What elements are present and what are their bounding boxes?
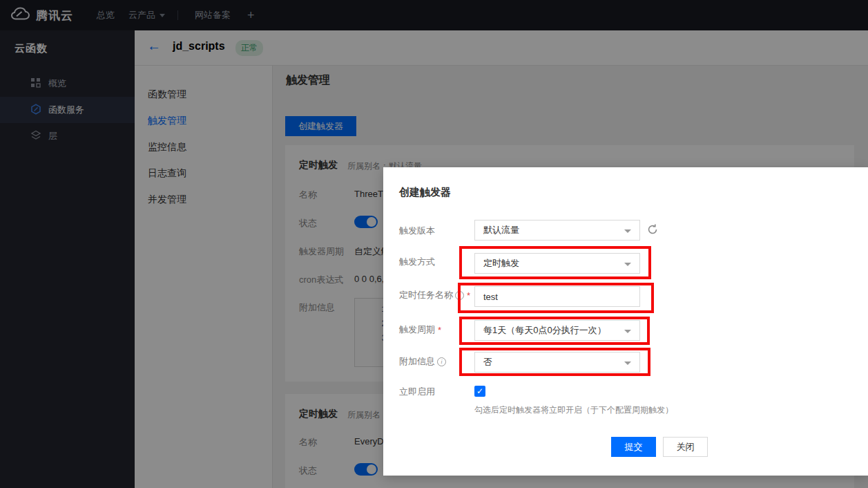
app-root: 腾讯云 总览 云产品 网站备案 + 云函数 [0, 0, 868, 488]
field-label-extra-info: 附加信息 i [399, 355, 446, 368]
dialog-title: 创建触发器 [399, 186, 451, 199]
check-icon: ✓ [476, 386, 483, 396]
create-trigger-dialog: 创建触发器 触发版本 默认流量 触发方式 定时触发 定时任务名称 i * tes… [383, 167, 868, 476]
field-label-enable-now: 立即启用 [399, 386, 435, 398]
required-asterisk: * [467, 290, 470, 301]
task-name-input[interactable]: test [474, 286, 640, 307]
field-label-trigger-version: 触发版本 [399, 225, 435, 237]
chevron-down-icon [624, 229, 631, 233]
trigger-period-select[interactable]: 每1天（每天0点0分执行一次） [474, 320, 640, 341]
info-icon: i [455, 291, 464, 300]
close-button[interactable]: 关闭 [663, 437, 708, 457]
chevron-down-icon [624, 362, 631, 365]
field-label-trigger-period: 触发周期 * [399, 323, 441, 336]
chevron-down-icon [624, 330, 631, 333]
required-asterisk: * [438, 325, 441, 335]
info-icon: i [437, 357, 446, 366]
field-label-trigger-method: 触发方式 [399, 256, 435, 268]
trigger-version-select[interactable]: 默认流量 [474, 220, 640, 241]
refresh-icon[interactable] [646, 223, 659, 236]
enable-now-checkbox[interactable]: ✓ [474, 386, 485, 397]
extra-info-select[interactable]: 否 [474, 352, 640, 373]
submit-button[interactable]: 提交 [611, 437, 656, 457]
trigger-method-select[interactable]: 定时触发 [474, 253, 640, 274]
enable-now-helper-text: 勾选后定时触发器将立即开启（于下个配置周期触发） [474, 404, 673, 416]
field-label-task-name: 定时任务名称 i * [399, 289, 470, 301]
chevron-down-icon [624, 263, 631, 266]
